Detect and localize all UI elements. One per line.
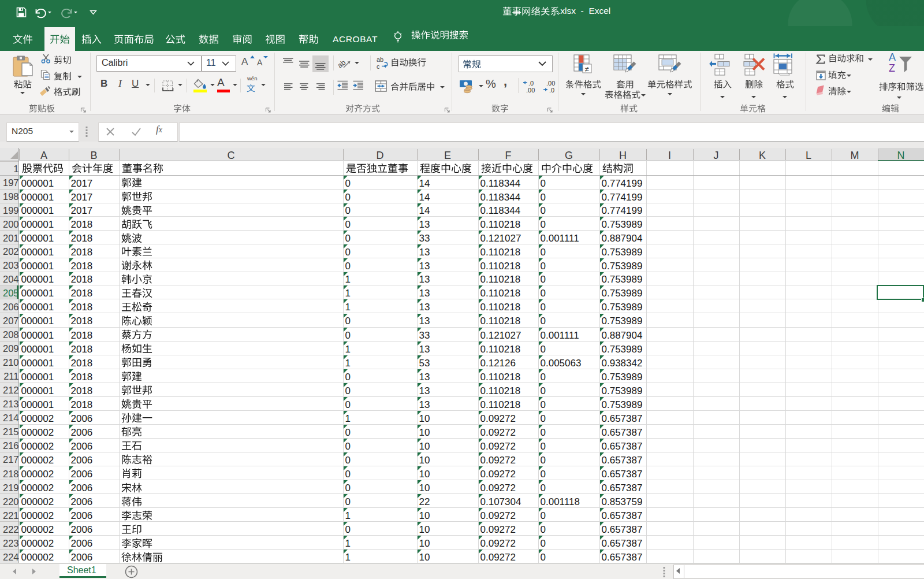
svg-text:ab: ab [377, 56, 383, 63]
svg-text:c: c [377, 63, 380, 70]
svg-text:.00: .00 [546, 80, 555, 87]
svg-text:≠: ≠ [585, 65, 589, 73]
svg-text:.0: .0 [528, 80, 534, 87]
svg-text:.00: .00 [526, 87, 535, 94]
svg-text:.0: .0 [549, 87, 554, 94]
